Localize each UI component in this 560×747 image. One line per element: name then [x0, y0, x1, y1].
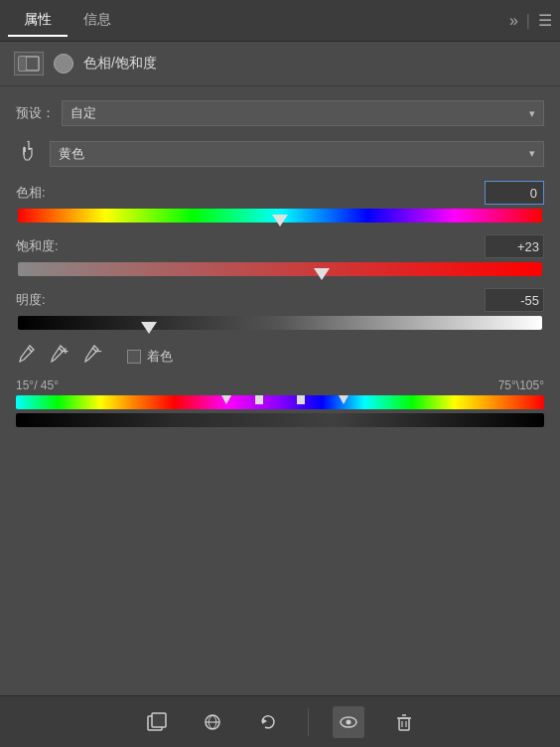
eyedropper-minus-icon[interactable]: −	[83, 344, 103, 369]
mask-circle-icon	[54, 54, 73, 74]
channel-value: 黄色	[59, 145, 84, 163]
dark-bar	[16, 413, 544, 427]
hue-row: 色相:	[16, 181, 544, 205]
main-content: 预设： 自定 ▾ 黄色 ▾ 色相:	[0, 86, 560, 445]
menu-icon[interactable]: ☰	[538, 11, 552, 30]
panel-title: 色相/饱和度	[83, 55, 157, 73]
connect-button[interactable]	[197, 706, 228, 738]
handle-left-outer[interactable]	[221, 395, 231, 404]
hue-value-box[interactable]	[485, 181, 544, 205]
svg-rect-12	[399, 718, 409, 730]
preset-label: 预设：	[16, 104, 62, 122]
hue-input[interactable]	[486, 186, 539, 201]
divider: |	[526, 12, 530, 30]
panel-header: 色相/饱和度	[0, 42, 560, 86]
range-left: 15°/ 45°	[16, 378, 59, 392]
channel-dropdown[interactable]: 黄色 ▾	[50, 141, 544, 167]
lightness-track[interactable]	[18, 316, 542, 330]
colorize-checkbox[interactable]	[127, 350, 141, 364]
adjustment-layer-icon	[14, 52, 44, 75]
colorize-label: 着色	[147, 348, 173, 366]
handle-right-outer[interactable]	[339, 395, 349, 404]
saturation-track[interactable]	[18, 262, 542, 276]
delete-button[interactable]	[388, 706, 420, 738]
reset-button[interactable]	[252, 706, 284, 738]
dark-bar-container	[16, 413, 544, 427]
hue-track[interactable]	[18, 209, 542, 223]
tab-info[interactable]: 信息	[68, 5, 127, 37]
saturation-row: 饱和度: +23	[16, 234, 544, 258]
lightness-label: 明度:	[16, 291, 68, 309]
hue-label: 色相:	[16, 184, 68, 202]
tab-properties[interactable]: 属性	[8, 5, 68, 37]
hue-section: 色相:	[16, 181, 544, 223]
saturation-value: +23	[517, 239, 539, 254]
saturation-value-box[interactable]: +23	[485, 234, 544, 258]
channel-row: 黄色 ▾	[16, 140, 544, 167]
rainbow-bar[interactable]	[16, 395, 544, 409]
svg-point-11	[346, 719, 350, 724]
lightness-value: -55	[520, 293, 539, 308]
tab-bar: 属性 信息 » | ☰	[0, 0, 560, 42]
handle-right-inner[interactable]	[297, 395, 305, 404]
channel-arrow-icon: ▾	[529, 147, 535, 160]
svg-marker-9	[262, 718, 267, 724]
eyedropper-plus-icon[interactable]: +	[50, 344, 70, 369]
visibility-button[interactable]	[333, 706, 364, 738]
range-labels: 15°/ 45° 75°\105°	[16, 378, 544, 392]
svg-rect-6	[152, 713, 166, 727]
preset-arrow-icon: ▾	[529, 107, 535, 120]
create-button[interactable]	[141, 706, 173, 738]
lightness-row: 明度: -55	[16, 288, 544, 312]
handle-left-inner[interactable]	[255, 395, 263, 404]
expand-icon[interactable]: »	[509, 12, 518, 30]
saturation-label: 饱和度:	[16, 237, 68, 255]
lightness-thumb[interactable]	[141, 322, 157, 334]
saturation-section: 饱和度: +23	[16, 234, 544, 276]
tools-row: + − 着色	[16, 344, 544, 369]
preset-row: 预设： 自定 ▾	[16, 100, 544, 126]
eyedropper-icon[interactable]	[16, 344, 36, 369]
saturation-thumb[interactable]	[314, 268, 330, 280]
lightness-value-box[interactable]: -55	[485, 288, 544, 312]
svg-text:+: +	[63, 346, 69, 357]
svg-text:−: −	[96, 346, 102, 357]
bottom-toolbar	[0, 695, 560, 747]
hand-tool-icon[interactable]	[16, 140, 46, 167]
preset-value: 自定	[70, 104, 96, 122]
toolbar-divider	[308, 708, 309, 736]
lightness-section: 明度: -55	[16, 288, 544, 330]
range-right: 75°\105°	[498, 378, 544, 392]
tab-icons: » | ☰	[509, 11, 552, 30]
colorize-section: 着色	[127, 348, 173, 366]
preset-dropdown[interactable]: 自定 ▾	[62, 100, 544, 126]
hue-thumb[interactable]	[272, 215, 288, 226]
rainbow-bar-container	[16, 395, 544, 409]
svg-rect-2	[19, 57, 26, 71]
